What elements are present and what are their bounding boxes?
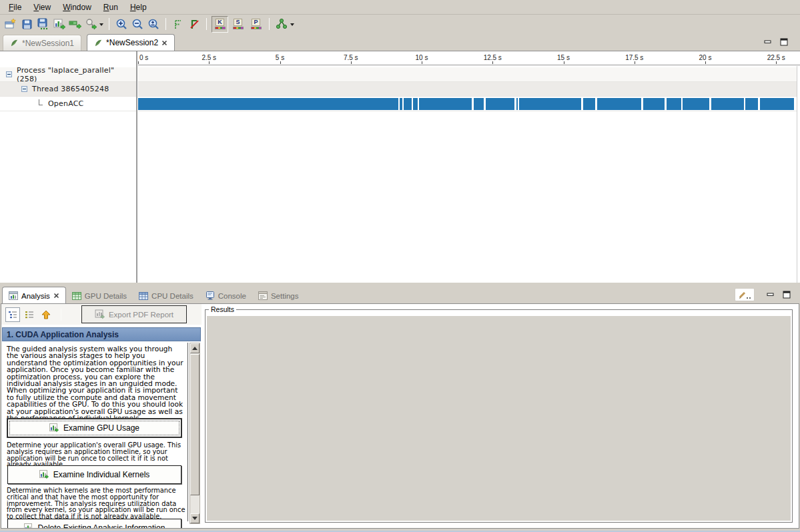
zoom-in-icon[interactable]	[113, 16, 129, 32]
unguided-analysis-icon[interactable]	[22, 307, 37, 322]
new-session-icon[interactable]	[3, 16, 19, 32]
collapse-expander-icon[interactable]	[6, 71, 12, 77]
profile-application-icon[interactable]	[51, 16, 67, 32]
tab-label: Analysis	[21, 292, 50, 300]
menu-view[interactable]: View	[27, 1, 57, 14]
pencil-menu-button[interactable]	[735, 288, 755, 301]
examine-individual-kernels-label: Examine Individual Kernels	[53, 470, 150, 479]
toolbar-separator	[206, 18, 207, 30]
collapse-expander-icon[interactable]	[21, 86, 27, 92]
flag-mode-icon[interactable]	[186, 16, 202, 32]
tab-label: Settings	[271, 292, 299, 300]
analysis-view-content: Export PDF Report 1. CUDA Application An…	[1, 303, 799, 529]
menu-help[interactable]: Help	[124, 1, 153, 14]
process-row-label: Process "laplace_parallel" (258)	[17, 66, 136, 83]
examine-individual-kernels-button[interactable]: Examine Individual Kernels	[7, 465, 181, 484]
delete-analysis-info-button[interactable]: Delete Existing Analysis Information	[7, 519, 181, 529]
minimize-icon[interactable]	[764, 38, 772, 46]
menu-file[interactable]: File	[3, 1, 27, 14]
bottom-tabbar: Analysis GPU Details CPU Details	[0, 285, 305, 304]
examine-gpu-usage-label: Examine GPU Usage	[63, 423, 139, 433]
process-color-mode-button[interactable]: P	[248, 16, 264, 33]
tree-row-process[interactable]: Process "laplace_parallel" (258)	[0, 67, 136, 82]
toolbar-separator	[165, 18, 166, 30]
export-pdf-label: Export PDF Report	[109, 311, 173, 319]
tab-gpu-details[interactable]: GPU Details	[66, 287, 133, 304]
menu-window[interactable]: Window	[57, 1, 97, 14]
pencil-icon	[738, 290, 751, 299]
analyze-icon[interactable]	[83, 16, 99, 32]
results-empty-area	[207, 316, 791, 521]
collapse-up-icon[interactable]	[39, 307, 53, 322]
settings-icon	[258, 291, 268, 300]
analysis-chart-icon	[49, 423, 59, 433]
analysis-scrollbar[interactable]	[189, 343, 200, 524]
zoom-out-icon[interactable]	[129, 16, 145, 32]
analysis-intro-text: The guided analysis system walks you thr…	[7, 345, 186, 421]
close-icon[interactable]	[53, 293, 59, 299]
session-icon	[10, 39, 19, 47]
toolbar-separator	[61, 309, 61, 321]
openacc-row-label: OpenACC	[48, 99, 83, 108]
export-pdf-icon	[95, 309, 105, 319]
toolbar-separator	[109, 18, 109, 30]
cpu-details-icon	[139, 292, 148, 300]
tree-layout-dropdown-caret[interactable]	[290, 23, 294, 28]
results-label: Results	[209, 305, 236, 313]
console-icon	[206, 291, 215, 300]
timeline-row-openacc	[138, 97, 800, 111]
analysis-content-border	[187, 343, 188, 521]
zoom-fit-icon[interactable]	[145, 16, 161, 32]
tab-newsession1[interactable]: *NewSession1	[3, 35, 81, 51]
tab-label: GPU Details	[85, 292, 127, 300]
timeline-chart-pane[interactable]: 0 s2.5 s5 s7.5 s10 s12.5 s15 s17.5 s20 s…	[137, 51, 800, 283]
save-all-icon[interactable]	[35, 16, 51, 32]
save-session-icon[interactable]	[19, 16, 35, 32]
tab-console[interactable]: Console	[199, 287, 252, 304]
maximize-icon[interactable]	[783, 291, 791, 299]
timeline-ruler: 0 s2.5 s5 s7.5 s10 s12.5 s15 s17.5 s20 s…	[138, 51, 800, 65]
export-pdf-report-button[interactable]: Export PDF Report	[81, 305, 187, 323]
stream-color-mode-button[interactable]: S	[230, 16, 246, 33]
minimize-icon[interactable]	[767, 291, 775, 299]
session-tabbar: *NewSession1 *NewSession2	[0, 33, 800, 51]
marker-mode-icon[interactable]	[170, 16, 186, 32]
kernel-color-mode-button[interactable]: K	[212, 16, 228, 33]
bottom-panel: Analysis GPU Details CPU Details	[0, 283, 800, 531]
scrollbar-thumb[interactable]	[190, 354, 199, 495]
tab-label: Console	[218, 292, 246, 300]
timeline-right-edge	[797, 66, 800, 283]
close-icon[interactable]	[161, 40, 167, 46]
timeline-tree-pane: Process "laplace_parallel" (258) Thread …	[0, 51, 136, 283]
tab-label: CPU Details	[151, 292, 193, 300]
tab-settings[interactable]: Settings	[252, 287, 305, 304]
maximize-icon[interactable]	[780, 38, 788, 46]
tab-cpu-details[interactable]: CPU Details	[133, 287, 199, 304]
generate-timeline-icon[interactable]	[67, 16, 83, 32]
tab-label: *NewSession1	[22, 39, 74, 48]
session-icon	[94, 39, 103, 47]
tree-row-thread[interactable]: Thread 3865405248	[0, 82, 136, 97]
tree-layout-icon[interactable]	[274, 16, 290, 32]
openacc-timeline-bar[interactable]	[138, 98, 800, 110]
analysis-tab-icon	[9, 291, 18, 300]
analysis-chart-icon	[24, 523, 33, 529]
scroll-down-button[interactable]	[190, 513, 199, 523]
menu-run[interactable]: Run	[97, 1, 124, 14]
timeline-row-thread	[138, 82, 800, 97]
timeline-row-process	[138, 67, 800, 82]
process-mode-colorstrip	[251, 27, 262, 29]
timeline-panel: Process "laplace_parallel" (258) Thread …	[0, 51, 800, 283]
guided-analysis-icon[interactable]	[5, 307, 20, 322]
examine-individual-kernels-desc: Determine which kernels are the most per…	[7, 487, 185, 520]
tab-analysis[interactable]: Analysis	[2, 287, 66, 305]
tab-newsession2[interactable]: *NewSession2	[87, 34, 175, 51]
tree-row-openacc[interactable]: OpenACC	[0, 97, 136, 111]
stream-mode-colorstrip	[233, 27, 244, 29]
analyze-dropdown-caret[interactable]	[99, 23, 103, 28]
scroll-up-button[interactable]	[190, 343, 199, 353]
kernel-mode-colorstrip	[215, 27, 226, 29]
timeline-view-controls	[764, 38, 788, 46]
examine-gpu-usage-button[interactable]: Examine GPU Usage	[7, 419, 181, 437]
stream-mode-letter: S	[234, 19, 242, 26]
